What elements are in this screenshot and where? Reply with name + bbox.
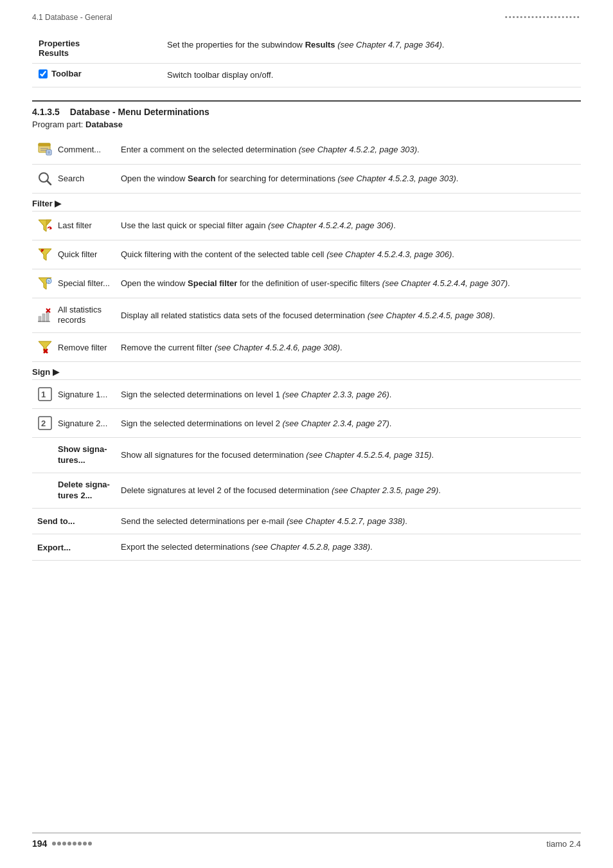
show-signatures-icon-cell: Show signa- tures... <box>32 438 116 473</box>
svg-text:1: 1 <box>41 390 46 399</box>
program-part-label: Program part: <box>32 120 83 129</box>
remove-filter-icon-label: Remove filter <box>37 339 111 355</box>
signature1-icon-label: 1 Signature 1... <box>37 386 111 402</box>
remove-filter-desc: Remove the current filter (see Chapter 4… <box>116 333 581 362</box>
footer-page-number: 194 <box>32 838 92 849</box>
export-label: Export... <box>37 543 71 552</box>
export-icon-cell: Export... <box>32 534 116 561</box>
statistics-desc: Display all related statistics data sets… <box>116 298 581 333</box>
svg-rect-19 <box>42 314 45 321</box>
properties-desc: Set the properties for the subwindow Res… <box>161 33 581 64</box>
special-filter-icon-cell: ? Special filter... <box>32 269 116 298</box>
section-heading: 4.1.3.5 Database - Menu Determinations <box>32 100 581 117</box>
send-to-icon-cell: Send to... <box>32 508 116 534</box>
signature2-icon: 2 <box>37 415 53 431</box>
comment-icon-label: Comment... <box>37 142 111 158</box>
main-content-table: Comment... Enter a comment on the select… <box>32 136 581 561</box>
quick-filter-label: Quick filter <box>58 249 97 259</box>
section-title: Database - Menu Determinations <box>70 107 209 117</box>
footer-brand: tiamo 2.4 <box>547 839 581 849</box>
statistics-label-line1: All statistics <box>58 305 102 316</box>
last-filter-row: Last filter Use the last quick or specia… <box>32 211 581 240</box>
statistics-row: All statistics records Display all relat… <box>32 298 581 333</box>
export-desc: Export the selected determinations (see … <box>116 534 581 561</box>
svg-marker-10 <box>46 220 51 226</box>
svg-rect-18 <box>39 316 41 321</box>
breadcrumb: 4.1 Database - General <box>32 13 112 22</box>
show-signatures-label-line1: Show signa- <box>58 444 107 455</box>
toolbar-checkbox-label[interactable]: Toolbar <box>39 69 154 78</box>
properties-results-row: Properties Results Set the properties fo… <box>32 33 581 64</box>
program-part-value: Database <box>85 120 123 129</box>
send-to-row: Send to... Send the selected determinati… <box>32 508 581 534</box>
footer-dots <box>52 842 92 845</box>
comment-icon-cell: Comment... <box>32 136 116 165</box>
remove-filter-label: Remove filter <box>58 343 107 352</box>
send-to-label: Send to... <box>37 516 75 526</box>
filter-subheader: Filter ▶ <box>32 193 581 211</box>
show-signatures-label-line2: tures... <box>58 455 107 466</box>
special-filter-desc: Open the window Special filter for the d… <box>116 269 581 298</box>
delete-signatures-label-line2: tures 2... <box>58 491 110 502</box>
properties-label: Properties <box>39 39 154 48</box>
signature2-icon-cell: 2 Signature 2... <box>32 409 116 438</box>
svg-marker-12 <box>39 249 51 260</box>
filter-subheader-row: Filter ▶ <box>32 193 581 211</box>
signature1-row: 1 Signature 1... Sign the selected deter… <box>32 380 581 409</box>
remove-filter-icon <box>37 339 53 355</box>
delete-signatures-icon-label: Delete signa- tures 2... <box>37 480 111 502</box>
remove-filter-row: Remove filter Remove the current filter … <box>32 333 581 362</box>
quick-filter-icon-cell: Quick filter <box>32 240 116 269</box>
signature2-label: Signature 2... <box>58 419 107 428</box>
delete-signatures-icon <box>37 483 53 498</box>
filter-label: Filter ▶ <box>32 199 61 208</box>
quick-filter-row: Quick filter Quick filtering with the co… <box>32 240 581 269</box>
show-signatures-icon <box>37 448 53 463</box>
statistics-label-line2: records <box>58 315 102 326</box>
last-filter-label: Last filter <box>58 221 92 230</box>
page-footer: 194 tiamo 2.4 <box>32 833 581 849</box>
signature1-desc: Sign the selected determinations on leve… <box>116 380 581 409</box>
delete-signatures-label-line1: Delete signa- <box>58 480 110 491</box>
svg-rect-4 <box>46 150 51 155</box>
section-number: 4.1.3.5 <box>32 107 60 117</box>
svg-text:2: 2 <box>41 419 46 428</box>
statistics-icon-label: All statistics records <box>37 305 111 327</box>
signature2-row: 2 Signature 2... Sign the selected deter… <box>32 409 581 438</box>
search-label: Search <box>58 174 84 183</box>
svg-text:?: ? <box>48 279 50 284</box>
program-part: Program part: Database <box>32 120 581 129</box>
sign-label: Sign ▶ <box>32 367 59 377</box>
delete-signatures-row: Delete signa- tures 2... Delete signatur… <box>32 473 581 509</box>
export-icon-label: Export... <box>37 543 111 552</box>
show-signatures-icon-label: Show signa- tures... <box>37 444 111 466</box>
show-signatures-desc: Show all signatures for the focused dete… <box>116 438 581 473</box>
statistics-icon-cell: All statistics records <box>32 298 116 333</box>
page-header: 4.1 Database - General ▪▪▪▪▪▪▪▪▪▪▪▪▪▪▪▪▪… <box>32 13 581 22</box>
send-to-icon-label: Send to... <box>37 516 111 526</box>
last-filter-icon-label: Last filter <box>37 218 111 233</box>
toolbar-checkbox[interactable] <box>39 69 48 78</box>
comment-label: Comment... <box>58 145 101 154</box>
properties-label-cell: Properties Results <box>32 33 161 64</box>
results-label: Results <box>39 48 154 58</box>
statistics-icon <box>37 307 53 323</box>
toolbar-desc: Switch toolbar display on/off. <box>161 64 581 87</box>
signature1-icon: 1 <box>37 386 53 402</box>
toolbar-label: Toolbar <box>51 69 82 78</box>
page-number: 194 <box>32 838 47 849</box>
sign-subheader-row: Sign ▶ <box>32 362 581 380</box>
remove-filter-icon-cell: Remove filter <box>32 333 116 362</box>
special-filter-icon: ? <box>37 276 53 291</box>
comment-desc: Enter a comment on the selected determin… <box>116 136 581 165</box>
last-filter-icon-cell: Last filter <box>32 211 116 240</box>
svg-line-8 <box>47 181 51 185</box>
toolbar-label-cell: Toolbar <box>32 64 161 87</box>
special-filter-icon-label: ? Special filter... <box>37 276 111 291</box>
top-properties-table: Properties Results Set the properties fo… <box>32 33 581 87</box>
last-filter-icon <box>37 218 53 233</box>
search-desc: Open the window Search for searching for… <box>116 164 581 193</box>
search-icon <box>37 171 53 186</box>
quick-filter-desc: Quick filtering with the content of the … <box>116 240 581 269</box>
special-filter-row: ? Special filter... Open the window Spec… <box>32 269 581 298</box>
